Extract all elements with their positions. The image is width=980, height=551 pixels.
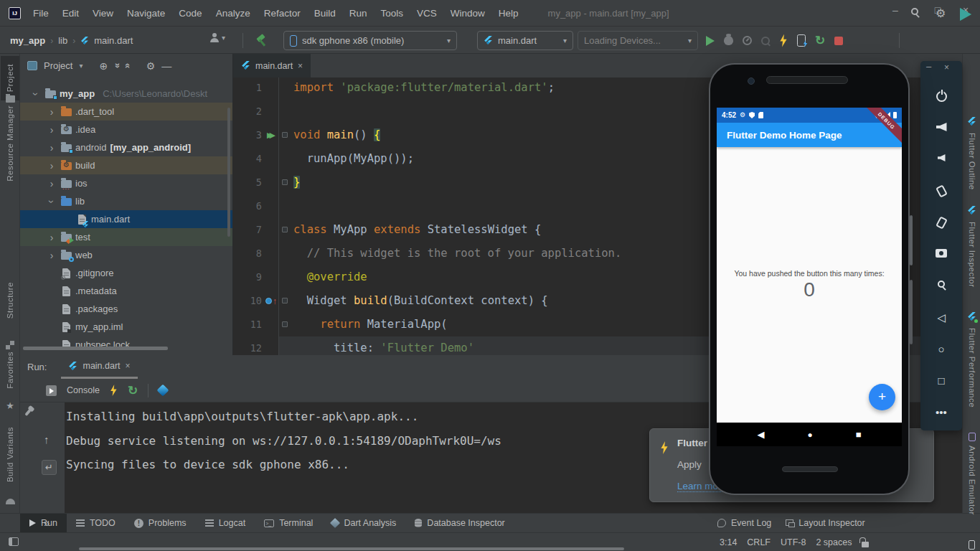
tree-item-test[interactable]: ›test: [20, 228, 232, 246]
soft-wrap-icon[interactable]: ↵: [42, 460, 57, 475]
back-icon[interactable]: ◁: [937, 312, 946, 323]
expand-all-icon[interactable]: «: [111, 63, 122, 68]
menu-navigate[interactable]: Navigate: [125, 6, 167, 20]
fold-marker-icon[interactable]: [282, 227, 288, 232]
sidebar-tab-resource-manager[interactable]: Resource Manager: [0, 105, 20, 182]
volume-up-icon[interactable]: [936, 123, 947, 131]
overview-icon[interactable]: □: [938, 375, 944, 386]
menu-build[interactable]: Build: [312, 6, 338, 20]
menu-help[interactable]: Help: [496, 6, 521, 20]
build-hammer-icon[interactable]: [255, 34, 268, 46]
override-gutter-icon[interactable]: ↑: [263, 289, 279, 313]
fold-marker-icon[interactable]: [282, 179, 288, 185]
run-icon[interactable]: [706, 36, 715, 46]
close-icon[interactable]: ×: [126, 361, 131, 371]
tree-item-android[interactable]: ›android [my_app_android]: [20, 138, 232, 156]
locate-file-icon[interactable]: ⊕: [100, 61, 108, 71]
status-indent[interactable]: 2 spaces: [816, 537, 852, 547]
console-tab-label[interactable]: Console: [67, 385, 100, 395]
run-tab-main-dart[interactable]: main.dart ×: [61, 355, 137, 379]
toolwindow-dart-analysis[interactable]: Dart Analysis: [322, 514, 405, 533]
debug-icon[interactable]: [724, 36, 733, 45]
status-line-ending[interactable]: CRLF: [747, 537, 771, 547]
menu-run[interactable]: Run: [347, 6, 369, 20]
volume-down-icon[interactable]: [938, 154, 946, 161]
dart-devtools-icon[interactable]: [157, 385, 169, 397]
fold-marker-icon[interactable]: [282, 321, 288, 327]
zoom-icon[interactable]: [938, 281, 945, 288]
up-arrow-icon[interactable]: ↑: [44, 433, 50, 446]
screenshot-icon[interactable]: [936, 249, 947, 258]
settings-gear-icon[interactable]: ⚙: [936, 8, 946, 19]
sidebar-tab-de[interactable]: De: [963, 540, 980, 551]
profile-icon[interactable]: [743, 36, 752, 45]
pin-icon[interactable]: [24, 409, 31, 416]
sidebar-tab-favorites[interactable]: ★Favorites: [0, 352, 20, 389]
fold-marker-icon[interactable]: [282, 132, 288, 138]
project-vertical-scrollbar[interactable]: [227, 108, 230, 237]
tree-chevron-icon[interactable]: ›: [47, 196, 57, 207]
tree-item-lib[interactable]: ›lib: [20, 192, 232, 210]
toolwindow-todo[interactable]: TODO: [67, 514, 125, 533]
menu-tools[interactable]: Tools: [379, 6, 406, 20]
device-manager-icon[interactable]: [960, 8, 971, 21]
phone-screen[interactable]: 4:52 ⚙ Flutter Demo Home Page DEBUG You …: [717, 108, 902, 446]
tree-chevron-icon[interactable]: ›: [46, 161, 57, 171]
toolwindow-terminal[interactable]: >_Terminal: [255, 514, 322, 533]
fab-add-button[interactable]: +: [869, 384, 895, 410]
emulator-close-icon[interactable]: ×: [944, 62, 949, 72]
breadcrumb-item-my_app[interactable]: my_app: [10, 35, 45, 46]
attach-debugger-icon[interactable]: [761, 37, 770, 45]
menu-vcs[interactable]: VCS: [415, 6, 439, 20]
hide-panel-icon[interactable]: —: [161, 61, 171, 71]
tree-chevron-icon[interactable]: ›: [46, 250, 57, 260]
tree-item-.metadata[interactable]: .metadata: [20, 282, 232, 300]
tree-item-ios[interactable]: ›...ios: [20, 174, 232, 192]
more-options-icon[interactable]: »: [44, 517, 50, 529]
tree-item-pubspec.lock[interactable]: pubspec.lock: [20, 336, 232, 354]
tree-item-build[interactable]: ›⚙build: [20, 156, 232, 174]
fold-marker-icon[interactable]: [282, 298, 288, 303]
menu-code[interactable]: Code: [176, 6, 204, 20]
home-icon[interactable]: ○: [938, 344, 944, 354]
menu-file[interactable]: File: [31, 6, 51, 20]
nav-recents-button[interactable]: ■: [856, 430, 862, 439]
hot-restart-icon[interactable]: ↻: [815, 34, 825, 47]
settings-gear-icon[interactable]: ⚙: [146, 61, 156, 71]
tree-item-my_app.iml[interactable]: my_app.iml: [20, 318, 232, 336]
menu-edit[interactable]: Edit: [60, 6, 81, 20]
tree-item-web[interactable]: ›web: [20, 246, 232, 264]
hot-reload-icon[interactable]: [779, 34, 788, 47]
tree-item-.gitignore[interactable]: .gitignore: [20, 264, 232, 282]
toolwindow-problems[interactable]: !Problems: [125, 514, 196, 533]
close-icon[interactable]: ×: [298, 61, 303, 71]
menu-window[interactable]: Window: [448, 6, 487, 20]
breadcrumb-item-main.dart[interactable]: main.dart: [94, 35, 133, 46]
more-icon[interactable]: •••: [936, 407, 947, 418]
tree-chevron-icon[interactable]: ›: [46, 179, 57, 189]
editor-tab-main-dart[interactable]: main.dart ×: [233, 54, 311, 77]
vcs-user-button[interactable]: ▾: [209, 33, 225, 42]
sync-device-icon[interactable]: [797, 34, 806, 47]
device-selector[interactable]: sdk gphone x86 (mobile) ▾: [283, 31, 457, 50]
rotate-left-icon[interactable]: [936, 184, 948, 197]
run-gutter-icon[interactable]: ▶▶: [263, 123, 279, 147]
tree-chevron-icon[interactable]: ›: [46, 143, 57, 153]
tree-chevron-icon[interactable]: ›: [31, 88, 41, 100]
toolwindow-database-inspector[interactable]: Database Inspector: [405, 514, 514, 533]
sidebar-tab-build-variants[interactable]: Build Variants: [0, 427, 20, 482]
menu-analyze[interactable]: Analyze: [214, 6, 253, 20]
console-horizontal-scrollbar[interactable]: [79, 547, 624, 550]
lock-icon[interactable]: [862, 542, 869, 547]
sidebar-tab-structure[interactable]: Structure: [0, 282, 20, 319]
sidebar-tab-flutter-outline[interactable]: Flutter Outline: [963, 117, 980, 217]
nav-back-button[interactable]: ◀: [757, 430, 764, 439]
project-horizontal-scrollbar[interactable]: [23, 347, 168, 350]
tree-item-.packages[interactable]: .packages: [20, 300, 232, 318]
tree-item-.idea[interactable]: ›⚙.idea: [20, 121, 232, 138]
stop-icon[interactable]: [834, 37, 843, 45]
tree-chevron-icon[interactable]: ›: [46, 125, 57, 135]
tool-window-switcher-icon[interactable]: [9, 537, 19, 546]
menu-refactor[interactable]: Refactor: [262, 6, 303, 20]
sidebar-tab-project[interactable]: Project: [1, 56, 19, 100]
